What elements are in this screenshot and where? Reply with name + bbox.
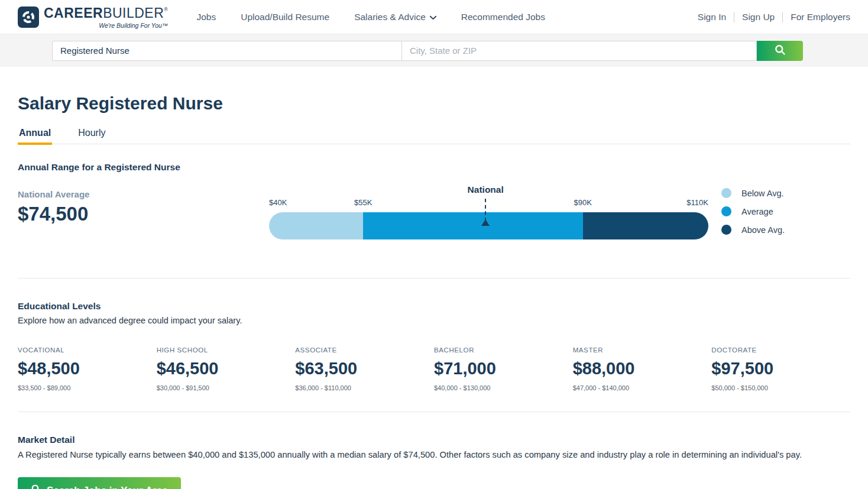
edu-range: $36,000 - $110,000 — [295, 384, 434, 391]
careerbuilder-logo[interactable]: CAREERBUILDER® We're Building For You™ — [18, 5, 168, 29]
axis-tick-55k: $55K — [354, 198, 372, 207]
period-tabs: Annual Hourly — [18, 128, 850, 144]
education-levels-grid: VOCATIONAL $48,500 $33,500 - $89,000 HIG… — [18, 346, 850, 391]
nav-upload-build-resume[interactable]: Upload/Build Resume — [241, 12, 329, 22]
national-marker-label: National — [468, 184, 504, 195]
range-segment-below-avg- — [269, 212, 363, 239]
salary-range-chart: $40K$55K$90K$110KNational — [269, 182, 708, 241]
national-marker-line — [485, 199, 486, 221]
edu-range: $30,000 - $91,500 — [157, 384, 296, 391]
national-average-label: National Average — [18, 189, 269, 199]
market-detail-text: A Registered Nurse typically earns betwe… — [18, 450, 850, 459]
section-divider — [18, 278, 850, 278]
above-avg-label: Above Avg. — [741, 225, 785, 235]
edu-range: $40,000 - $130,000 — [434, 384, 573, 391]
range-bar — [269, 212, 708, 239]
market-detail-heading: Market Detail — [18, 435, 850, 445]
tab-annual[interactable]: Annual — [18, 128, 52, 144]
range-segment-average — [363, 212, 583, 239]
edu-salary: $63,500 — [295, 359, 434, 378]
brand-builder: BUILDER — [103, 5, 164, 21]
legend-item-average: Average — [721, 206, 850, 216]
careerbuilder-logo-icon — [18, 7, 39, 28]
nav-jobs-label: Jobs — [196, 12, 216, 22]
keywords-input[interactable] — [52, 41, 402, 61]
auth-links: Sign In Sign Up For Employers — [690, 12, 850, 22]
location-input[interactable] — [402, 41, 757, 61]
edu-label: ASSOCIATE — [295, 346, 434, 354]
legend-item-below-avg: Below Avg. — [721, 188, 850, 198]
edu-salary: $48,500 — [18, 359, 157, 378]
education-level-vocational: VOCATIONAL $48,500 $33,500 - $89,000 — [18, 346, 157, 391]
main-nav: Jobs Upload/Build Resume Salaries & Advi… — [196, 12, 545, 22]
nav-recommended-label: Recommended Jobs — [461, 12, 545, 22]
registered-trademark: ® — [164, 7, 168, 12]
edu-label: VOCATIONAL — [18, 346, 157, 354]
below-avg-swatch — [721, 188, 731, 198]
below-avg-label: Below Avg. — [741, 189, 783, 198]
top-navigation-bar: CAREERBUILDER® We're Building For You™ J… — [0, 0, 868, 34]
edu-salary: $71,000 — [434, 359, 573, 378]
brand-tagline: We're Building For You™ — [44, 22, 168, 29]
average-swatch — [721, 206, 731, 216]
search-icon — [31, 484, 41, 489]
page-title: Salary Registered Nurse — [18, 93, 850, 114]
nav-upload-label: Upload/Build Resume — [241, 12, 329, 22]
education-level-master: MASTER $88,000 $47,000 - $140,000 — [573, 346, 712, 391]
search-icon — [774, 44, 786, 58]
main-content: Salary Registered Nurse Annual Hourly An… — [0, 67, 868, 489]
edu-range: $33,500 - $89,000 — [18, 384, 157, 391]
edu-range: $47,000 - $140,000 — [573, 384, 712, 391]
search-button[interactable] — [757, 41, 803, 61]
sign-in-link[interactable]: Sign In — [690, 12, 734, 22]
salary-range-chart-row: National Average $74,500 $40K$55K$90K$11… — [18, 182, 850, 241]
edu-label: HIGH SCHOOL — [157, 346, 296, 354]
search-group — [52, 41, 803, 61]
national-marker-pointer — [481, 219, 490, 226]
education-heading: Educational Levels — [18, 301, 850, 312]
axis-tick-110k: $110K — [686, 198, 708, 207]
education-level-doctorate: DOCTORATE $97,500 $50,000 - $150,000 — [711, 346, 850, 391]
nav-jobs[interactable]: Jobs — [196, 12, 216, 22]
education-subheading: Explore how an advanced degree could imp… — [18, 316, 850, 325]
nav-salaries-label: Salaries & Advice — [354, 12, 426, 22]
cta-label: Search Jobs in Your Area — [47, 485, 168, 489]
above-avg-swatch — [721, 225, 731, 235]
sign-up-link[interactable]: Sign Up — [734, 12, 782, 22]
education-level-high-school: HIGH SCHOOL $46,500 $30,000 - $91,500 — [157, 346, 296, 391]
axis-tick-90k: $90K — [574, 198, 592, 207]
brand-text: CAREERBUILDER® We're Building For You™ — [44, 5, 168, 29]
edu-range: $50,000 - $150,000 — [711, 384, 850, 391]
education-level-associate: ASSOCIATE $63,500 $36,000 - $110,000 — [295, 346, 434, 391]
section-divider — [18, 412, 850, 412]
for-employers-link[interactable]: For Employers — [782, 12, 850, 22]
edu-salary: $46,500 — [157, 359, 296, 378]
national-average-value: $74,500 — [18, 203, 269, 225]
edu-label: DOCTORATE — [711, 346, 850, 354]
education-level-bachelor: BACHELOR $71,000 $40,000 - $130,000 — [434, 346, 573, 391]
national-average-block: National Average $74,500 — [18, 182, 269, 241]
tab-hourly[interactable]: Hourly — [77, 128, 106, 144]
nav-recommended-jobs[interactable]: Recommended Jobs — [461, 12, 545, 22]
edu-salary: $97,500 — [711, 359, 850, 378]
chevron-down-icon — [430, 12, 436, 22]
range-segment-above-avg- — [583, 212, 708, 239]
edu-salary: $88,000 — [573, 359, 712, 378]
average-label: Average — [741, 207, 773, 216]
job-search-bar — [0, 34, 868, 67]
nav-salaries-advice[interactable]: Salaries & Advice — [354, 12, 436, 22]
annual-range-heading: Annual Range for a Registered Nurse — [18, 162, 850, 173]
legend-item-above-avg: Above Avg. — [721, 225, 850, 235]
search-jobs-in-area-button[interactable]: Search Jobs in Your Area — [18, 477, 181, 489]
axis-tick-40k: $40K — [269, 198, 287, 207]
edu-label: BACHELOR — [434, 346, 573, 354]
edu-label: MASTER — [573, 346, 712, 354]
brand-career: CAREER — [44, 5, 103, 21]
chart-legend: Below Avg. Average Above Avg. — [721, 182, 850, 241]
